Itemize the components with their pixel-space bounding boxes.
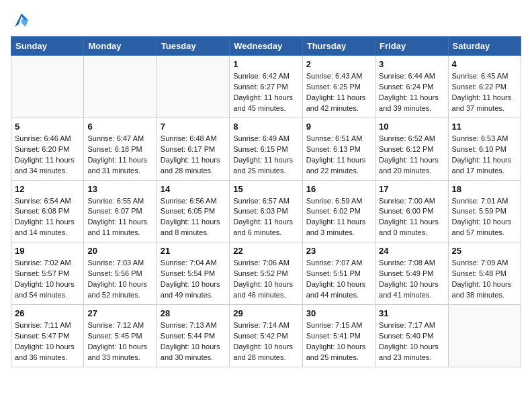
calendar-cell-2-7: 11Sunrise: 6:53 AM Sunset: 6:10 PM Dayli… <box>448 118 521 180</box>
logo-icon <box>12 11 31 30</box>
calendar-cell-4-2: 20Sunrise: 7:03 AM Sunset: 5:56 PM Dayli… <box>84 242 157 305</box>
calendar-header-sunday: Sunday <box>11 37 84 56</box>
calendar-cell-5-2: 27Sunrise: 7:12 AM Sunset: 5:45 PM Dayli… <box>84 305 157 367</box>
day-number: 14 <box>161 184 226 194</box>
calendar-week-3: 12Sunrise: 6:54 AM Sunset: 6:08 PM Dayli… <box>11 180 521 242</box>
calendar-week-1: 1Sunrise: 6:42 AM Sunset: 6:27 PM Daylig… <box>11 56 521 118</box>
day-number: 15 <box>233 184 298 194</box>
calendar-header-friday: Friday <box>375 37 448 56</box>
day-info: Sunrise: 6:56 AM Sunset: 6:05 PM Dayligh… <box>161 196 226 239</box>
calendar-header-row: SundayMondayTuesdayWednesdayThursdayFrid… <box>11 37 521 56</box>
day-info: Sunrise: 7:09 AM Sunset: 5:48 PM Dayligh… <box>452 258 517 301</box>
day-info: Sunrise: 6:55 AM Sunset: 6:07 PM Dayligh… <box>87 196 152 239</box>
day-number: 2 <box>306 59 371 69</box>
calendar-cell-3-6: 17Sunrise: 7:00 AM Sunset: 6:00 PM Dayli… <box>375 180 448 242</box>
day-number: 1 <box>233 59 298 69</box>
day-info: Sunrise: 6:51 AM Sunset: 6:13 PM Dayligh… <box>306 134 371 177</box>
day-number: 12 <box>15 184 80 194</box>
day-number: 4 <box>452 59 517 69</box>
calendar-cell-2-4: 8Sunrise: 6:49 AM Sunset: 6:15 PM Daylig… <box>230 118 302 180</box>
day-number: 20 <box>87 246 152 256</box>
calendar-cell-3-1: 12Sunrise: 6:54 AM Sunset: 6:08 PM Dayli… <box>11 180 84 242</box>
day-info: Sunrise: 7:11 AM Sunset: 5:47 PM Dayligh… <box>15 320 80 363</box>
calendar-week-2: 5Sunrise: 6:46 AM Sunset: 6:20 PM Daylig… <box>11 118 521 180</box>
calendar-table: SundayMondayTuesdayWednesdayThursdayFrid… <box>11 36 521 367</box>
page-container: SundayMondayTuesdayWednesdayThursdayFrid… <box>0 0 532 374</box>
day-number: 5 <box>15 122 80 132</box>
day-number: 11 <box>452 122 517 132</box>
calendar-week-4: 19Sunrise: 7:02 AM Sunset: 5:57 PM Dayli… <box>11 242 521 305</box>
calendar-cell-5-5: 30Sunrise: 7:15 AM Sunset: 5:41 PM Dayli… <box>302 305 375 367</box>
day-number: 24 <box>379 246 444 256</box>
calendar-cell-4-4: 22Sunrise: 7:06 AM Sunset: 5:52 PM Dayli… <box>230 242 302 305</box>
calendar-header-saturday: Saturday <box>448 37 521 56</box>
day-info: Sunrise: 6:49 AM Sunset: 6:15 PM Dayligh… <box>233 134 298 177</box>
calendar-cell-5-7 <box>448 305 521 367</box>
calendar-cell-2-1: 5Sunrise: 6:46 AM Sunset: 6:20 PM Daylig… <box>11 118 84 180</box>
calendar-cell-5-4: 29Sunrise: 7:14 AM Sunset: 5:42 PM Dayli… <box>230 305 302 367</box>
calendar-cell-4-7: 25Sunrise: 7:09 AM Sunset: 5:48 PM Dayli… <box>448 242 521 305</box>
day-info: Sunrise: 7:00 AM Sunset: 6:00 PM Dayligh… <box>379 196 444 239</box>
calendar-cell-1-5: 2Sunrise: 6:43 AM Sunset: 6:25 PM Daylig… <box>302 56 375 118</box>
day-info: Sunrise: 7:15 AM Sunset: 5:41 PM Dayligh… <box>306 320 371 363</box>
day-number: 13 <box>87 184 152 194</box>
calendar-cell-1-1 <box>11 56 84 118</box>
day-info: Sunrise: 6:43 AM Sunset: 6:25 PM Dayligh… <box>306 71 371 114</box>
day-info: Sunrise: 6:52 AM Sunset: 6:12 PM Dayligh… <box>379 134 444 177</box>
calendar-week-5: 26Sunrise: 7:11 AM Sunset: 5:47 PM Dayli… <box>11 305 521 367</box>
day-number: 27 <box>87 308 152 318</box>
day-number: 3 <box>379 59 444 69</box>
day-number: 31 <box>379 308 444 318</box>
day-info: Sunrise: 7:04 AM Sunset: 5:54 PM Dayligh… <box>161 258 226 301</box>
day-number: 18 <box>452 184 517 194</box>
day-number: 26 <box>15 308 80 318</box>
calendar-header-thursday: Thursday <box>302 37 375 56</box>
calendar-cell-2-2: 6Sunrise: 6:47 AM Sunset: 6:18 PM Daylig… <box>84 118 157 180</box>
day-info: Sunrise: 7:02 AM Sunset: 5:57 PM Dayligh… <box>15 258 80 301</box>
day-number: 28 <box>161 308 226 318</box>
day-number: 8 <box>233 122 298 132</box>
calendar-cell-4-6: 24Sunrise: 7:08 AM Sunset: 5:49 PM Dayli… <box>375 242 448 305</box>
calendar-cell-3-7: 18Sunrise: 7:01 AM Sunset: 5:59 PM Dayli… <box>448 180 521 242</box>
day-info: Sunrise: 7:03 AM Sunset: 5:56 PM Dayligh… <box>87 258 152 301</box>
day-number: 19 <box>15 246 80 256</box>
calendar-cell-4-3: 21Sunrise: 7:04 AM Sunset: 5:54 PM Dayli… <box>157 242 229 305</box>
day-info: Sunrise: 6:48 AM Sunset: 6:17 PM Dayligh… <box>161 134 226 177</box>
logo <box>11 11 31 30</box>
day-info: Sunrise: 7:12 AM Sunset: 5:45 PM Dayligh… <box>87 320 152 363</box>
day-info: Sunrise: 6:59 AM Sunset: 6:02 PM Dayligh… <box>306 196 371 239</box>
header <box>11 11 521 30</box>
day-info: Sunrise: 7:14 AM Sunset: 5:42 PM Dayligh… <box>233 320 298 363</box>
calendar-header-tuesday: Tuesday <box>157 37 229 56</box>
calendar-cell-5-1: 26Sunrise: 7:11 AM Sunset: 5:47 PM Dayli… <box>11 305 84 367</box>
day-info: Sunrise: 7:06 AM Sunset: 5:52 PM Dayligh… <box>233 258 298 301</box>
day-info: Sunrise: 6:57 AM Sunset: 6:03 PM Dayligh… <box>233 196 298 239</box>
day-number: 17 <box>379 184 444 194</box>
day-number: 25 <box>452 246 517 256</box>
day-info: Sunrise: 6:46 AM Sunset: 6:20 PM Dayligh… <box>15 134 80 177</box>
day-number: 9 <box>306 122 371 132</box>
day-info: Sunrise: 6:44 AM Sunset: 6:24 PM Dayligh… <box>379 71 444 114</box>
day-info: Sunrise: 7:08 AM Sunset: 5:49 PM Dayligh… <box>379 258 444 301</box>
day-number: 30 <box>306 308 371 318</box>
day-number: 6 <box>87 122 152 132</box>
day-info: Sunrise: 6:45 AM Sunset: 6:22 PM Dayligh… <box>452 71 517 114</box>
calendar-cell-5-6: 31Sunrise: 7:17 AM Sunset: 5:40 PM Dayli… <box>375 305 448 367</box>
day-info: Sunrise: 6:47 AM Sunset: 6:18 PM Dayligh… <box>87 134 152 177</box>
calendar-cell-4-5: 23Sunrise: 7:07 AM Sunset: 5:51 PM Dayli… <box>302 242 375 305</box>
calendar-cell-2-6: 10Sunrise: 6:52 AM Sunset: 6:12 PM Dayli… <box>375 118 448 180</box>
calendar-cell-1-7: 4Sunrise: 6:45 AM Sunset: 6:22 PM Daylig… <box>448 56 521 118</box>
day-number: 7 <box>161 122 226 132</box>
day-number: 21 <box>161 246 226 256</box>
calendar-header-monday: Monday <box>84 37 157 56</box>
calendar-header-wednesday: Wednesday <box>230 37 302 56</box>
calendar-cell-4-1: 19Sunrise: 7:02 AM Sunset: 5:57 PM Dayli… <box>11 242 84 305</box>
calendar-cell-2-3: 7Sunrise: 6:48 AM Sunset: 6:17 PM Daylig… <box>157 118 229 180</box>
calendar-cell-5-3: 28Sunrise: 7:13 AM Sunset: 5:44 PM Dayli… <box>157 305 229 367</box>
calendar-cell-1-4: 1Sunrise: 6:42 AM Sunset: 6:27 PM Daylig… <box>230 56 302 118</box>
day-number: 23 <box>306 246 371 256</box>
day-info: Sunrise: 7:07 AM Sunset: 5:51 PM Dayligh… <box>306 258 371 301</box>
day-info: Sunrise: 6:53 AM Sunset: 6:10 PM Dayligh… <box>452 134 517 177</box>
day-info: Sunrise: 6:54 AM Sunset: 6:08 PM Dayligh… <box>15 196 80 239</box>
calendar-cell-1-2 <box>84 56 157 118</box>
